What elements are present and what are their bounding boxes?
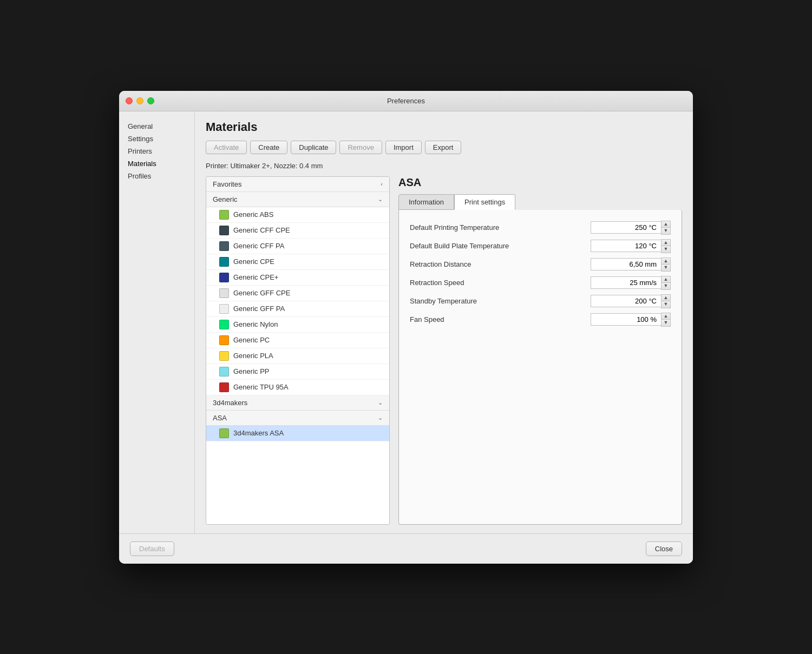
list-item[interactable]: Generic TPU 95A	[206, 380, 389, 395]
details-panel: ASA Information Print settings Default P…	[398, 176, 682, 525]
label-retraction-distance: Retraction Distance	[410, 260, 591, 268]
list-item[interactable]: Generic Nylon	[206, 317, 389, 333]
category-generic[interactable]: Generic ⌄	[206, 192, 389, 207]
sidebar-item-materials[interactable]: Materials	[119, 157, 194, 170]
material-label-pla: Generic PLA	[233, 352, 273, 360]
stepper-up-retraction-speed[interactable]: ▲	[662, 276, 670, 283]
material-label-pp: Generic PP	[233, 367, 269, 375]
label-printing-temp: Default Printing Temperature	[410, 223, 591, 232]
material-label-cpe: Generic CPE	[233, 257, 274, 266]
page-title: Materials	[206, 120, 682, 134]
material-label-cff-cpe: Generic CFF CPE	[233, 226, 290, 234]
input-fan-speed[interactable]	[591, 313, 661, 326]
label-build-plate-temp: Default Build Plate Temperature	[410, 242, 591, 250]
stepper-up-fan-speed[interactable]: ▲	[662, 313, 670, 320]
stepper-retraction-speed: ▲ ▼	[661, 276, 671, 290]
maximize-button[interactable]	[147, 97, 154, 104]
stepper-down-retraction-distance[interactable]: ▼	[662, 265, 670, 271]
category-asa-label: ASA	[213, 414, 227, 422]
sidebar-item-profiles[interactable]: Profiles	[119, 170, 194, 182]
input-retraction-distance[interactable]	[591, 258, 661, 270]
sidebar: General Settings Printers Materials Prof…	[119, 111, 195, 533]
input-wrap-retraction-speed: ▲ ▼	[591, 276, 671, 290]
tabs-bar: Information Print settings	[398, 194, 682, 210]
label-fan-speed: Fan Speed	[410, 315, 591, 323]
material-color-pla	[219, 351, 229, 361]
list-item[interactable]: Generic PC	[206, 333, 389, 348]
stepper-down-printing-temp[interactable]: ▼	[662, 228, 670, 234]
tab-information[interactable]: Information	[398, 194, 454, 210]
material-label-gff-cpe: Generic GFF CPE	[233, 289, 290, 297]
material-color-cpe-plus	[219, 273, 229, 282]
material-label-cpe-plus: Generic CPE+	[233, 273, 278, 281]
activate-button[interactable]: Activate	[206, 141, 247, 154]
category-3d4makers-label: 3d4makers	[213, 399, 247, 407]
list-item[interactable]: Generic CPE+	[206, 270, 389, 286]
printer-info: Printer: Ultimaker 2+, Nozzle: 0.4 mm	[206, 162, 682, 170]
list-item[interactable]: Generic GFF CPE	[206, 286, 389, 301]
list-item[interactable]: Generic ABS	[206, 207, 389, 223]
list-item[interactable]: Generic CPE	[206, 254, 389, 270]
material-color-gff-pa	[219, 304, 229, 314]
stepper-down-standby-temp[interactable]: ▼	[662, 301, 670, 308]
minimize-button[interactable]	[136, 97, 143, 104]
material-name-heading: ASA	[398, 176, 682, 189]
window-body: General Settings Printers Materials Prof…	[119, 111, 693, 533]
category-favorites[interactable]: Favorites ‹	[206, 177, 389, 192]
material-color-cff-pa	[219, 241, 229, 251]
stepper-fan-speed: ▲ ▼	[661, 313, 671, 327]
category-3d4makers[interactable]: 3d4makers ⌄	[206, 395, 389, 411]
category-asa[interactable]: ASA ⌄	[206, 411, 389, 426]
chevron-favorites-icon: ‹	[381, 181, 383, 187]
stepper-printing-temp: ▲ ▼	[661, 221, 671, 235]
label-retraction-speed: Retraction Speed	[410, 279, 591, 287]
stepper-up-standby-temp[interactable]: ▲	[662, 295, 670, 301]
duplicate-button[interactable]: Duplicate	[291, 141, 336, 154]
list-item[interactable]: Generic PLA	[206, 348, 389, 364]
stepper-up-retraction-distance[interactable]: ▲	[662, 258, 670, 265]
material-color-pc	[219, 335, 229, 345]
content-area: Favorites ‹ Generic ⌄ Generic ABS	[206, 176, 682, 525]
material-label-pc: Generic PC	[233, 336, 270, 344]
stepper-build-plate-temp: ▲ ▼	[661, 239, 671, 253]
input-standby-temp[interactable]	[591, 295, 661, 307]
stepper-down-build-plate-temp[interactable]: ▼	[662, 246, 670, 253]
input-wrap-standby-temp: ▲ ▼	[591, 294, 671, 308]
tab-print-settings[interactable]: Print settings	[454, 194, 515, 210]
material-label-tpu: Generic TPU 95A	[233, 383, 289, 391]
main-content: Materials Activate Create Duplicate Remo…	[195, 111, 693, 533]
settings-row-printing-temp: Default Printing Temperature ▲ ▼	[410, 221, 671, 235]
material-color-gff-cpe	[219, 288, 229, 298]
input-retraction-speed[interactable]	[591, 276, 661, 289]
list-item[interactable]: Generic PP	[206, 364, 389, 380]
sidebar-item-printers[interactable]: Printers	[119, 145, 194, 157]
import-button[interactable]: Import	[385, 141, 422, 154]
chevron-generic-icon: ⌄	[378, 196, 383, 203]
stepper-down-retraction-speed[interactable]: ▼	[662, 283, 670, 289]
sidebar-item-settings[interactable]: Settings	[119, 133, 194, 145]
input-printing-temp[interactable]	[591, 221, 661, 234]
defaults-button[interactable]: Defaults	[130, 541, 174, 556]
sidebar-item-general[interactable]: General	[119, 120, 194, 133]
material-label-3d4makers-asa: 3d4makers ASA	[233, 429, 284, 437]
settings-row-retraction-speed: Retraction Speed ▲ ▼	[410, 276, 671, 290]
list-item[interactable]: Generic GFF PA	[206, 301, 389, 317]
remove-button[interactable]: Remove	[339, 141, 382, 154]
settings-row-build-plate-temp: Default Build Plate Temperature ▲ ▼	[410, 239, 671, 253]
close-button[interactable]	[126, 97, 133, 104]
stepper-up-printing-temp[interactable]: ▲	[662, 221, 670, 228]
material-color-pp	[219, 367, 229, 376]
material-color-tpu	[219, 382, 229, 392]
list-item[interactable]: Generic CFF CPE	[206, 223, 389, 239]
stepper-retraction-distance: ▲ ▼	[661, 257, 671, 272]
stepper-down-fan-speed[interactable]: ▼	[662, 320, 670, 326]
materials-list[interactable]: Favorites ‹ Generic ⌄ Generic ABS	[206, 177, 389, 496]
close-window-button[interactable]: Close	[646, 541, 682, 556]
list-item-3d4makers-asa[interactable]: 3d4makers ASA	[206, 426, 389, 441]
list-item[interactable]: Generic CFF PA	[206, 239, 389, 254]
create-button[interactable]: Create	[250, 141, 287, 154]
export-button[interactable]: Export	[425, 141, 462, 154]
titlebar: Preferences	[119, 91, 693, 111]
input-build-plate-temp[interactable]	[591, 240, 661, 252]
stepper-up-build-plate-temp[interactable]: ▲	[662, 240, 670, 246]
